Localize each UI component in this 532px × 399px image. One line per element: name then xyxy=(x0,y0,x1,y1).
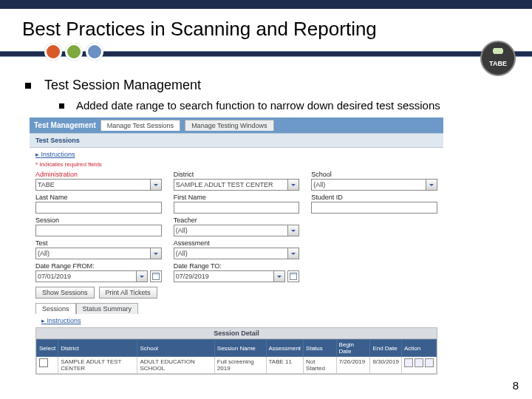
nav-title: Test Management xyxy=(34,121,96,129)
field-lastname: Last Name xyxy=(35,194,162,214)
tabe-logo: TABE xyxy=(480,41,516,76)
field-date-to: Date Range TO: 07/29/2019 xyxy=(174,262,300,282)
bullet-icon xyxy=(25,83,31,89)
slide-top-bar xyxy=(0,0,532,9)
bullet-level2: Added date range to search function to n… xyxy=(59,99,507,112)
field-studentid: Student ID xyxy=(311,194,437,214)
dropdown-icon[interactable] xyxy=(426,179,437,191)
lastname-input[interactable] xyxy=(35,202,162,214)
studentid-input[interactable] xyxy=(311,202,437,214)
instructions-link[interactable]: ▸ Instructions xyxy=(30,148,443,161)
field-session: Session xyxy=(35,216,162,236)
field-district: District SAMPLE ADULT TEST CENTER xyxy=(174,171,300,191)
page-number: 8 xyxy=(513,379,519,392)
decorative-circles xyxy=(44,43,103,61)
instructions-link[interactable]: ▸ Instructions xyxy=(35,314,443,327)
date-to-input[interactable]: 07/29/2019 xyxy=(174,270,275,282)
firstname-input[interactable] xyxy=(174,202,300,214)
bullet-level1: Test Session Management xyxy=(25,78,507,93)
detail-table: Select District School Session Name Asse… xyxy=(36,339,437,374)
dropdown-icon[interactable] xyxy=(151,179,162,191)
school-select[interactable]: (All) xyxy=(311,179,426,191)
edit-icon xyxy=(404,358,413,367)
row-checkbox[interactable] xyxy=(39,358,48,367)
field-teacher: Teacher (All) xyxy=(174,216,300,236)
dropdown-icon[interactable] xyxy=(288,179,299,191)
dropdown-icon[interactable] xyxy=(288,225,299,236)
admin-select[interactable]: TABE xyxy=(35,179,151,191)
dropdown-icon[interactable] xyxy=(137,270,148,282)
calendar-icon[interactable] xyxy=(150,270,162,282)
field-administration: Administration TABE xyxy=(35,171,162,191)
field-test: Test (All) xyxy=(35,239,162,259)
tab-sessions[interactable]: Sessions xyxy=(35,303,76,314)
field-assessment: Assessment (All) xyxy=(174,239,300,259)
detail-header: Session Detail xyxy=(36,328,437,339)
date-from-input[interactable]: 07/01/2019 xyxy=(35,270,137,282)
required-note: * Indicates required fields xyxy=(30,161,443,171)
app-screenshot: Test Management Manage Test Sessions Man… xyxy=(30,117,443,375)
assessment-select[interactable]: (All) xyxy=(174,248,289,259)
tab-manage-windows[interactable]: Manage Testing Windows xyxy=(185,120,273,131)
field-school: School (All) xyxy=(311,171,437,191)
print-tickets-button[interactable]: Print All Tickets xyxy=(99,287,157,299)
table-row: SAMPLE ADULT TEST CENTER ADULT EDUCATION… xyxy=(37,357,437,374)
dropdown-icon[interactable] xyxy=(288,248,299,259)
district-select[interactable]: SAMPLE ADULT TEST CENTER xyxy=(174,179,289,191)
slide-title: Best Practices in Scanning and Reporting xyxy=(0,9,532,45)
tab-status-summary[interactable]: Status Summary xyxy=(76,303,139,314)
dropdown-icon[interactable] xyxy=(151,248,162,259)
calendar-icon[interactable] xyxy=(287,270,299,282)
session-detail-panel: Session Detail Select District School Se… xyxy=(35,327,437,375)
test-select[interactable]: (All) xyxy=(35,248,151,259)
show-sessions-button[interactable]: Show Sessions xyxy=(35,287,95,299)
section-header: Test Sessions xyxy=(30,133,443,148)
teacher-select[interactable]: (All) xyxy=(174,225,289,236)
field-date-from: Date Range FROM: 07/01/2019 xyxy=(35,262,162,282)
action-icons[interactable] xyxy=(404,358,434,367)
session-input[interactable] xyxy=(35,225,162,236)
field-firstname: First Name xyxy=(174,194,300,214)
dropdown-icon[interactable] xyxy=(274,270,285,282)
delete-icon xyxy=(425,358,434,367)
tab-manage-sessions[interactable]: Manage Test Sessions xyxy=(100,120,180,131)
print-icon xyxy=(415,358,423,367)
app-topnav: Test Management Manage Test Sessions Man… xyxy=(30,117,443,133)
bullet-icon xyxy=(59,103,64,109)
